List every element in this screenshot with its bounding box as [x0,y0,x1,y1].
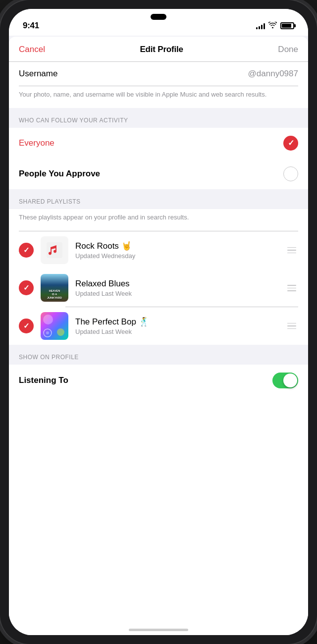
toggle-knob [283,374,297,387]
playlist-name-blues: Relaxed Blues [75,279,278,289]
nav-bar: Cancel Edit Profile Done [9,37,308,62]
show-on-profile-section: Listening To [9,365,308,396]
battery-icon [280,22,294,29]
username-helper: Your photo, name, and username will be v… [9,86,308,108]
playlists-section: These playlists appear on your profile a… [9,209,308,345]
username-section: Username @danny0987 Your photo, name, an… [9,62,308,108]
status-time: 9:41 [23,21,39,31]
playlist-info-bop: The Perfect Bop 🕺 Updated Last Week [75,317,278,335]
drag-handle-rock[interactable] [285,245,298,256]
battery-fill [282,24,291,28]
done-button[interactable]: Done [278,45,298,54]
radio-approve-label: People You Approve [19,169,100,179]
playlists-section-header: SHARED PLAYLISTS [9,189,308,209]
playlist-updated-rock: Updated Wednesday [75,252,278,260]
status-bar: 9:41 [9,9,308,36]
phone-frame: 9:41 [0,0,317,644]
playlist-name-rock: Rock Roots 🤘 [75,241,278,251]
drag-handle-bop[interactable] [285,321,298,331]
toggle-label: Listening To [19,376,68,385]
playlists-helper: These playlists appear on your profile a… [9,209,308,231]
wifi-icon [268,22,277,30]
drag-handle-blues[interactable] [285,283,298,293]
playlist-item-bop: The Perfect Bop 🕺 Updated Last Week [9,307,308,345]
radio-approve[interactable]: People You Approve [9,159,308,189]
svg-point-2 [46,331,49,334]
sheet: Cancel Edit Profile Done Username @danny… [9,37,308,635]
radio-everyone-label: Everyone [19,138,54,148]
listening-to-row: Listening To [9,365,308,396]
nav-title: Edit Profile [140,45,183,54]
username-row: Username @danny0987 [9,62,308,86]
radio-everyone-check [283,136,298,151]
signal-bar-3 [261,25,263,29]
radio-everyone[interactable]: Everyone [9,128,308,159]
playlist-updated-blues: Updated Last Week [75,290,278,297]
dynamic-island [151,14,166,20]
cover-bop [41,312,68,340]
home-indicator [129,629,188,631]
playlist-thumb-bop [41,312,68,340]
playlist-thumb-rock [41,236,68,264]
playlist-thumb-blues: HEAVENIS AJUNKYARD [41,274,68,302]
cover-heaven: HEAVENIS AJUNKYARD [41,274,68,302]
playlist-item-rock: Rock Roots 🤘 Updated Wednesday [9,231,308,269]
show-on-profile-header: SHOW ON PROFILE [9,345,308,365]
signal-bars [256,23,265,29]
playlist-updated-bop: Updated Last Week [75,328,278,335]
cancel-button[interactable]: Cancel [19,45,45,54]
playlist-check-bop[interactable] [19,319,34,333]
playlist-check-rock[interactable] [19,243,34,258]
follow-section: Everyone People You Approve [9,128,308,190]
username-label: Username [19,69,57,79]
bottom-spacer [9,396,308,421]
signal-bar-1 [256,27,258,29]
playlist-info-blues: Relaxed Blues Updated Last Week [75,279,278,297]
radio-approve-circle [283,166,298,181]
content-area: Cancel Edit Profile Done Username @danny… [9,36,308,635]
playlist-info-rock: Rock Roots 🤘 Updated Wednesday [75,241,278,260]
status-right [256,22,294,30]
username-value: @danny0987 [248,69,298,79]
playlist-check-blues[interactable] [19,280,34,295]
playlist-name-bop: The Perfect Bop 🕺 [75,317,278,327]
playlist-item-blues: HEAVENIS AJUNKYARD Relaxed Blues Updated… [9,269,308,307]
phone-screen: 9:41 [9,9,308,635]
follow-section-header: WHO CAN FOLLOW YOUR ACTIVITY [9,108,308,128]
toggle-switch[interactable] [272,373,298,388]
signal-bar-2 [259,26,260,29]
signal-bar-4 [264,23,265,29]
